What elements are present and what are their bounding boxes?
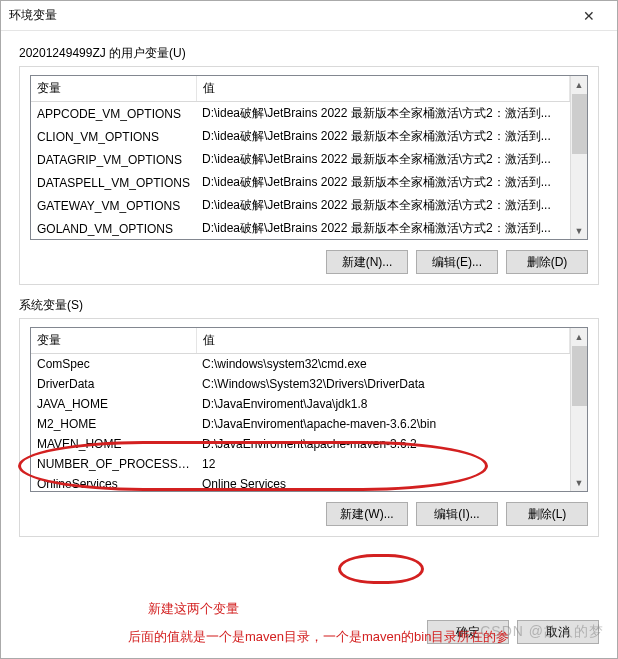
var-value-cell: D:\JavaEnviroment\apache-maven-3.6.2\bin bbox=[196, 414, 570, 434]
user-delete-button[interactable]: 删除(D) bbox=[506, 250, 588, 274]
scroll-thumb[interactable] bbox=[572, 94, 587, 154]
dialog-footer: 确定 取消 bbox=[1, 612, 617, 658]
table-row[interactable]: NUMBER_OF_PROCESSORS12 bbox=[31, 454, 570, 474]
table-row[interactable]: MAVEN_HOMED:\JavaEnviroment\apache-maven… bbox=[31, 434, 570, 454]
env-vars-dialog: 环境变量 ✕ 20201249499ZJ 的用户变量(U) 变量 值 bbox=[0, 0, 618, 659]
user-vars-buttons: 新建(N)... 编辑(E)... 删除(D) bbox=[30, 250, 588, 274]
table-row[interactable]: DATAGRIP_VM_OPTIONSD:\idea破解\JetBrains 2… bbox=[31, 148, 570, 171]
var-name-cell: DATASPELL_VM_OPTIONS bbox=[31, 171, 196, 194]
sys-vars-group: 变量 值 ComSpecC:\windows\system32\cmd.exeD… bbox=[19, 318, 599, 537]
var-value-cell: D:\idea破解\JetBrains 2022 最新版本全家桶激活\方式2：激… bbox=[196, 194, 570, 217]
table-row[interactable]: APPCODE_VM_OPTIONSD:\idea破解\JetBrains 20… bbox=[31, 102, 570, 126]
var-value-cell: Online Services bbox=[196, 474, 570, 491]
table-row[interactable]: GOLAND_VM_OPTIONSD:\idea破解\JetBrains 202… bbox=[31, 217, 570, 239]
scroll-thumb[interactable] bbox=[572, 346, 587, 406]
var-value-cell: D:\JavaEnviroment\apache-maven-3.6.2 bbox=[196, 434, 570, 454]
user-vars-scrollbar[interactable]: ▲ ▼ bbox=[570, 76, 587, 239]
var-name-cell: GOLAND_VM_OPTIONS bbox=[31, 217, 196, 239]
table-row[interactable]: JAVA_HOMED:\JavaEnviroment\Java\jdk1.8 bbox=[31, 394, 570, 414]
sys-vars-label: 系统变量(S) bbox=[19, 297, 599, 314]
var-name-cell: OnlineServices bbox=[31, 474, 196, 491]
var-name-cell: APPCODE_VM_OPTIONS bbox=[31, 102, 196, 126]
col-value-header[interactable]: 值 bbox=[196, 76, 570, 102]
var-name-cell: NUMBER_OF_PROCESSORS bbox=[31, 454, 196, 474]
user-vars-table[interactable]: 变量 值 APPCODE_VM_OPTIONSD:\idea破解\JetBrai… bbox=[31, 76, 570, 239]
col-value-header[interactable]: 值 bbox=[196, 328, 570, 354]
sys-vars-table-wrap: 变量 值 ComSpecC:\windows\system32\cmd.exeD… bbox=[30, 327, 588, 492]
var-name-cell: DriverData bbox=[31, 374, 196, 394]
table-header-row: 变量 值 bbox=[31, 328, 570, 354]
user-edit-button[interactable]: 编辑(E)... bbox=[416, 250, 498, 274]
sys-new-button[interactable]: 新建(W)... bbox=[326, 502, 408, 526]
var-name-cell: CLION_VM_OPTIONS bbox=[31, 125, 196, 148]
user-new-button[interactable]: 新建(N)... bbox=[326, 250, 408, 274]
window-title: 环境变量 bbox=[9, 7, 57, 24]
table-header-row: 变量 值 bbox=[31, 76, 570, 102]
var-value-cell: D:\idea破解\JetBrains 2022 最新版本全家桶激活\方式2：激… bbox=[196, 102, 570, 126]
var-name-cell: GATEWAY_VM_OPTIONS bbox=[31, 194, 196, 217]
user-vars-table-wrap: 变量 值 APPCODE_VM_OPTIONSD:\idea破解\JetBrai… bbox=[30, 75, 588, 240]
scroll-down-icon[interactable]: ▼ bbox=[571, 474, 588, 491]
sys-delete-button[interactable]: 删除(L) bbox=[506, 502, 588, 526]
sys-vars-table[interactable]: 变量 值 ComSpecC:\windows\system32\cmd.exeD… bbox=[31, 328, 570, 491]
var-value-cell: C:\Windows\System32\Drivers\DriverData bbox=[196, 374, 570, 394]
close-icon[interactable]: ✕ bbox=[569, 2, 609, 30]
col-name-header[interactable]: 变量 bbox=[31, 76, 196, 102]
var-name-cell: ComSpec bbox=[31, 354, 196, 375]
user-vars-group: 变量 值 APPCODE_VM_OPTIONSD:\idea破解\JetBrai… bbox=[19, 66, 599, 285]
var-value-cell: D:\idea破解\JetBrains 2022 最新版本全家桶激活\方式2：激… bbox=[196, 171, 570, 194]
dialog-content: 20201249499ZJ 的用户变量(U) 变量 值 APPCODE_VM_O… bbox=[1, 31, 617, 612]
col-name-header[interactable]: 变量 bbox=[31, 328, 196, 354]
var-value-cell: D:\idea破解\JetBrains 2022 最新版本全家桶激活\方式2：激… bbox=[196, 148, 570, 171]
sys-vars-scrollbar[interactable]: ▲ ▼ bbox=[570, 328, 587, 491]
var-name-cell: M2_HOME bbox=[31, 414, 196, 434]
ok-button[interactable]: 确定 bbox=[427, 620, 509, 644]
cancel-button[interactable]: 取消 bbox=[517, 620, 599, 644]
var-value-cell: D:\idea破解\JetBrains 2022 最新版本全家桶激活\方式2：激… bbox=[196, 125, 570, 148]
var-name-cell: DATAGRIP_VM_OPTIONS bbox=[31, 148, 196, 171]
table-row[interactable]: CLION_VM_OPTIONSD:\idea破解\JetBrains 2022… bbox=[31, 125, 570, 148]
user-vars-section: 20201249499ZJ 的用户变量(U) 变量 值 APPCODE_VM_O… bbox=[19, 45, 599, 285]
table-row[interactable]: DATASPELL_VM_OPTIONSD:\idea破解\JetBrains … bbox=[31, 171, 570, 194]
table-row[interactable]: DriverDataC:\Windows\System32\Drivers\Dr… bbox=[31, 374, 570, 394]
table-row[interactable]: M2_HOMED:\JavaEnviroment\apache-maven-3.… bbox=[31, 414, 570, 434]
sys-vars-section: 系统变量(S) 变量 值 ComSpecC:\windows\system32\… bbox=[19, 297, 599, 537]
table-row[interactable]: ComSpecC:\windows\system32\cmd.exe bbox=[31, 354, 570, 375]
var-value-cell: 12 bbox=[196, 454, 570, 474]
sys-vars-buttons: 新建(W)... 编辑(I)... 删除(L) bbox=[30, 502, 588, 526]
titlebar: 环境变量 ✕ bbox=[1, 1, 617, 31]
scroll-down-icon[interactable]: ▼ bbox=[571, 222, 588, 239]
var-value-cell: C:\windows\system32\cmd.exe bbox=[196, 354, 570, 375]
var-name-cell: MAVEN_HOME bbox=[31, 434, 196, 454]
sys-edit-button[interactable]: 编辑(I)... bbox=[416, 502, 498, 526]
table-row[interactable]: GATEWAY_VM_OPTIONSD:\idea破解\JetBrains 20… bbox=[31, 194, 570, 217]
var-value-cell: D:\idea破解\JetBrains 2022 最新版本全家桶激活\方式2：激… bbox=[196, 217, 570, 239]
scroll-up-icon[interactable]: ▲ bbox=[571, 328, 588, 345]
user-vars-label: 20201249499ZJ 的用户变量(U) bbox=[19, 45, 599, 62]
scroll-up-icon[interactable]: ▲ bbox=[571, 76, 588, 93]
var-name-cell: JAVA_HOME bbox=[31, 394, 196, 414]
table-row[interactable]: OnlineServicesOnline Services bbox=[31, 474, 570, 491]
var-value-cell: D:\JavaEnviroment\Java\jdk1.8 bbox=[196, 394, 570, 414]
